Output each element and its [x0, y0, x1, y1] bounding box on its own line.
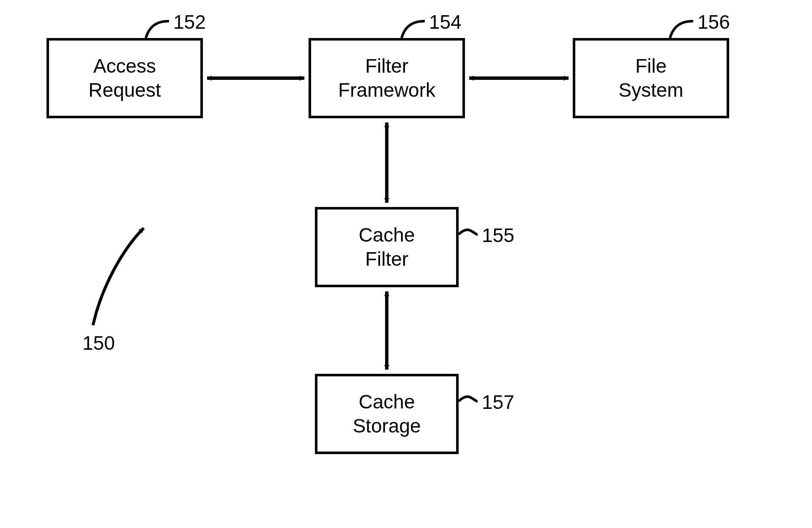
ref-hook-157	[459, 397, 478, 401]
box-file-system-label: FileSystem	[618, 54, 683, 103]
ref-label-access-request: 152	[173, 11, 206, 33]
box-cache-storage-label: CacheStorage	[353, 390, 421, 438]
figure-pointer-arrow	[93, 228, 144, 325]
ref-hook-155	[459, 230, 478, 234]
ref-label-file-system: 156	[697, 11, 730, 33]
ref-hook-156	[670, 21, 693, 38]
box-filter-framework-label: FilterFramework	[338, 54, 435, 103]
ref-label-cache-storage: 157	[482, 391, 514, 414]
ref-label-filter-framework: 154	[429, 11, 462, 33]
ref-label-cache-filter: 155	[482, 224, 514, 247]
box-access-request-label: AccessRequest	[88, 54, 161, 103]
box-cache-storage: CacheStorage	[315, 374, 459, 454]
ref-hook-152	[146, 21, 169, 38]
ref-hook-154	[402, 21, 425, 38]
box-cache-filter: CacheFilter	[315, 207, 459, 287]
ref-label-figure: 150	[82, 332, 115, 354]
diagram-canvas: AccessRequest FilterFramework FileSystem…	[0, 0, 812, 528]
box-cache-filter-label: CacheFilter	[359, 223, 415, 272]
box-file-system: FileSystem	[573, 38, 729, 118]
box-access-request: AccessRequest	[46, 38, 203, 118]
box-filter-framework: FilterFramework	[309, 38, 465, 118]
